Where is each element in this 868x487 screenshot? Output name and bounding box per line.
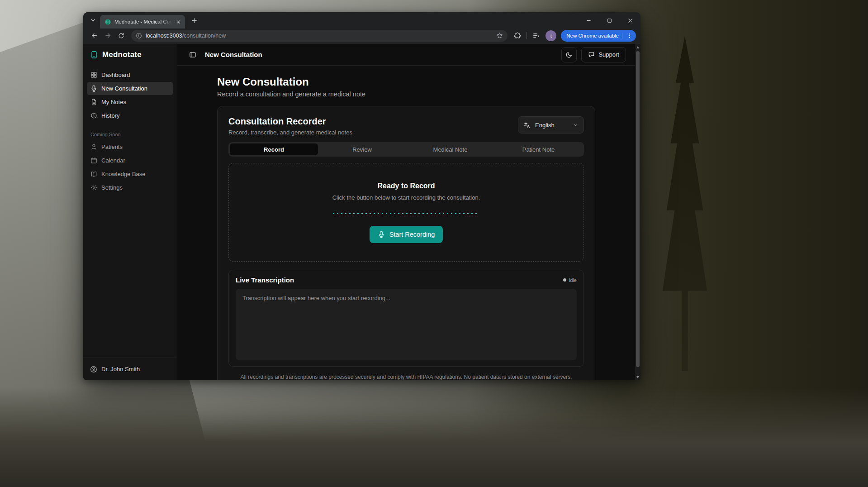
browser-window: Mednotate - Medical Consultation bbox=[83, 12, 640, 380]
moon-icon bbox=[565, 51, 573, 58]
url-host: localhost:3003 bbox=[146, 33, 182, 39]
sidebar-item-label: My Notes bbox=[101, 99, 126, 105]
url-path: /consultation/new bbox=[182, 33, 226, 39]
sidebar-item-knowledge-base[interactable]: Knowledge Base bbox=[87, 167, 173, 181]
sidebar-nav: Dashboard New Consultation My Notes Hist… bbox=[83, 66, 177, 197]
reload-button[interactable] bbox=[115, 29, 128, 42]
microphone-icon bbox=[378, 231, 385, 238]
tab-title: Mednotate - Medical Consultation bbox=[114, 19, 171, 24]
sidebar-item-label: Calendar bbox=[101, 157, 125, 164]
chrome-update-button[interactable]: New Chrome available bbox=[561, 30, 636, 42]
theme-toggle-button[interactable] bbox=[561, 47, 577, 62]
translate-icon bbox=[524, 122, 531, 129]
bookmark-star-icon[interactable] bbox=[496, 32, 503, 39]
sidebar: Mednotate Dashboard New Consultation My … bbox=[83, 44, 177, 380]
coming-soon-label: Coming Soon bbox=[87, 132, 173, 137]
avatar-initial: t bbox=[550, 33, 552, 38]
page-title: New Consultation bbox=[217, 76, 595, 88]
scroll-down-icon[interactable] bbox=[635, 374, 640, 380]
profile-avatar[interactable]: t bbox=[545, 30, 556, 41]
web-page: Mednotate Dashboard New Consultation My … bbox=[83, 44, 640, 380]
transcription-box: Transcription will appear here when you … bbox=[236, 289, 577, 360]
sidebar-item-label: History bbox=[101, 112, 119, 119]
sidebar-item-label: Patients bbox=[101, 143, 123, 150]
tab-review[interactable]: Review bbox=[318, 143, 406, 155]
window-close-button[interactable] bbox=[620, 12, 640, 29]
main-area: New Consultation Support New Consultatio bbox=[177, 44, 635, 380]
side-panel-icon[interactable] bbox=[530, 29, 542, 42]
extensions-icon[interactable] bbox=[511, 29, 524, 42]
address-bar[interactable]: localhost:3003/consultation/new bbox=[131, 30, 508, 42]
chevron-down-icon bbox=[573, 123, 578, 128]
sidebar-item-label: New Consultation bbox=[101, 85, 147, 92]
open-book-icon bbox=[90, 171, 97, 177]
chat-bubble-icon bbox=[588, 51, 595, 58]
sidebar-item-label: Knowledge Base bbox=[101, 171, 146, 177]
recorder-title: Consultation Recorder bbox=[228, 116, 352, 127]
sidebar-item-label: Dashboard bbox=[101, 72, 130, 78]
toolbar-divider bbox=[526, 32, 527, 39]
sidebar-item-dashboard[interactable]: Dashboard bbox=[87, 68, 173, 81]
back-button[interactable] bbox=[88, 29, 100, 42]
sidebar-user[interactable]: Dr. John Smith bbox=[83, 358, 177, 380]
language-select[interactable]: English bbox=[518, 116, 584, 134]
sidebar-toggle-icon[interactable] bbox=[186, 48, 199, 61]
pill-divider bbox=[622, 33, 622, 39]
scrollbar-thumb[interactable] bbox=[636, 51, 640, 367]
scroll-up-icon[interactable] bbox=[635, 44, 640, 50]
calendar-icon bbox=[90, 157, 97, 164]
status-text: Idle bbox=[569, 277, 577, 283]
support-button[interactable]: Support bbox=[581, 47, 626, 62]
consultation-recorder-card: Consultation Recorder Record, transcribe… bbox=[217, 106, 595, 380]
user-circle-icon bbox=[90, 366, 97, 373]
live-transcription-panel: Live Transcription Idle Transcription wi… bbox=[228, 270, 584, 367]
new-tab-button[interactable] bbox=[188, 14, 200, 26]
page-subtitle: Record a consultation and generate a med… bbox=[217, 91, 595, 98]
app-logo: Mednotate bbox=[83, 44, 177, 66]
url-text: localhost:3003/consultation/new bbox=[146, 33, 493, 39]
site-info-icon[interactable] bbox=[136, 33, 142, 39]
sidebar-item-label: Settings bbox=[101, 184, 123, 191]
waveform-placeholder bbox=[333, 213, 479, 214]
chrome-update-label: New Chrome available bbox=[566, 33, 619, 38]
tab-medical-note[interactable]: Medical Note bbox=[406, 143, 494, 155]
sidebar-item-my-notes[interactable]: My Notes bbox=[87, 95, 173, 109]
window-maximize-button[interactable] bbox=[599, 12, 620, 29]
user-name: Dr. John Smith bbox=[101, 366, 140, 372]
mednotate-logo-icon bbox=[90, 51, 98, 59]
tab-search-button[interactable] bbox=[87, 14, 99, 26]
start-recording-label: Start Recording bbox=[389, 231, 435, 238]
tab-record[interactable]: Record bbox=[230, 143, 318, 155]
transcription-header: Live Transcription Idle bbox=[236, 276, 577, 284]
browser-toolbar: localhost:3003/consultation/new t New Ch… bbox=[83, 29, 640, 44]
sidebar-item-settings[interactable]: Settings bbox=[87, 181, 173, 194]
tab-patient-note[interactable]: Patient Note bbox=[494, 143, 583, 155]
gear-icon bbox=[90, 184, 97, 191]
browser-tab[interactable]: Mednotate - Medical Consultation bbox=[100, 15, 185, 29]
browser-menu-icon[interactable] bbox=[626, 32, 634, 40]
sidebar-item-patients[interactable]: Patients bbox=[87, 140, 173, 153]
document-icon bbox=[90, 99, 97, 105]
start-recording-button[interactable]: Start Recording bbox=[370, 226, 443, 243]
recorder-card-header: Consultation Recorder Record, transcribe… bbox=[228, 116, 584, 136]
page-scrollbar[interactable] bbox=[635, 44, 640, 380]
forward-button[interactable] bbox=[101, 29, 114, 42]
dashboard-grid-icon bbox=[90, 72, 97, 78]
tab-favicon-icon bbox=[104, 19, 111, 25]
page-header: New Consultation Support bbox=[177, 44, 635, 66]
language-value: English bbox=[535, 122, 555, 129]
ready-title: Ready to Record bbox=[377, 182, 435, 190]
window-minimize-button[interactable] bbox=[578, 12, 599, 29]
app-logo-text: Mednotate bbox=[102, 50, 142, 59]
header-title: New Consultation bbox=[205, 51, 262, 58]
tab-close-icon[interactable] bbox=[175, 18, 182, 25]
sidebar-item-calendar[interactable]: Calendar bbox=[87, 154, 173, 167]
recorder-tabs: Record Review Medical Note Patient Note bbox=[228, 142, 584, 157]
status-dot-icon bbox=[563, 278, 566, 282]
chevron-down-icon bbox=[90, 18, 96, 23]
plus-icon bbox=[191, 18, 197, 24]
sidebar-item-new-consultation[interactable]: New Consultation bbox=[87, 82, 173, 95]
sidebar-item-history[interactable]: History bbox=[87, 109, 173, 122]
wallpaper-water bbox=[0, 387, 868, 487]
window-controls bbox=[578, 12, 640, 29]
